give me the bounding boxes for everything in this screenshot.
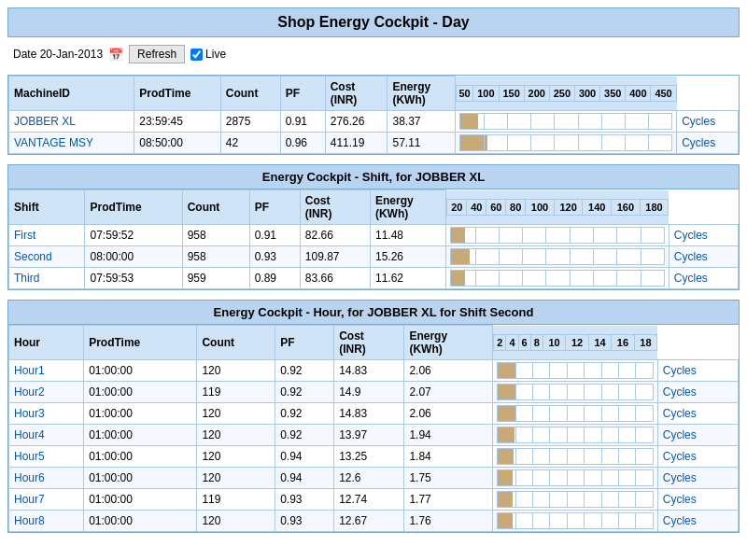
bar-chart-cell xyxy=(446,268,669,289)
row-pf: 0.96 xyxy=(280,133,325,154)
col-scale: 50100150200250300350400450 xyxy=(455,77,676,111)
cycles-cell[interactable]: Cycles xyxy=(669,268,738,289)
machine-link[interactable]: Hour8 xyxy=(14,514,45,527)
cycles-cell[interactable]: Cycles xyxy=(657,511,738,532)
row-id[interactable]: Hour6 xyxy=(9,468,84,489)
section-hours: Energy Cockpit - Hour, for JOBBER XL for… xyxy=(7,300,740,533)
cycles-link[interactable]: Cycles xyxy=(663,428,697,441)
scale-label: 14 xyxy=(588,334,611,350)
bar-chart-cell xyxy=(493,511,658,532)
hours-table: Hour ProdTime Count PF Cost(INR) Energy(… xyxy=(8,325,739,532)
live-checkbox-label[interactable]: Live xyxy=(190,48,226,61)
cycles-link[interactable]: Cycles xyxy=(674,229,708,242)
cycles-link[interactable]: Cycles xyxy=(663,471,697,484)
machine-link[interactable]: VANTAGE MSY xyxy=(14,136,93,149)
machine-link[interactable]: Hour1 xyxy=(14,364,45,377)
row-id[interactable]: Third xyxy=(9,268,85,289)
row-id[interactable]: JOBBER XL xyxy=(9,111,134,133)
machine-link[interactable]: Second xyxy=(14,250,52,263)
cycles-link[interactable]: Cycles xyxy=(682,136,715,149)
cycles-cell[interactable]: Cycles xyxy=(677,133,739,154)
row-pf: 0.91 xyxy=(280,111,325,133)
cycles-cell[interactable]: Cycles xyxy=(657,425,738,446)
cycles-link[interactable]: Cycles xyxy=(663,514,697,527)
row-id[interactable]: Hour8 xyxy=(9,511,84,532)
row-pf: 0.94 xyxy=(275,446,334,468)
scale-label: 400 xyxy=(626,85,651,101)
cycles-cell[interactable]: Cycles xyxy=(657,360,738,382)
row-count: 959 xyxy=(182,268,249,289)
machine-link[interactable]: Hour3 xyxy=(14,407,45,420)
machine-link[interactable]: Hour2 xyxy=(14,385,45,399)
cycles-cell[interactable]: Cycles xyxy=(657,403,738,425)
refresh-button[interactable]: Refresh xyxy=(129,45,185,63)
cycles-link[interactable]: Cycles xyxy=(663,450,697,463)
row-id[interactable]: Hour1 xyxy=(9,360,84,382)
row-cost: 13.97 xyxy=(334,425,404,446)
cycles-link[interactable]: Cycles xyxy=(674,250,708,263)
cycles-cell[interactable]: Cycles xyxy=(677,111,739,133)
col-energy2: Energy(KWh) xyxy=(370,190,445,225)
row-id[interactable]: Hour5 xyxy=(9,446,84,468)
table-row: Hour501:00:001200.9413.251.84 Cycles xyxy=(9,446,739,468)
cycles-link[interactable]: Cycles xyxy=(663,407,697,420)
scale-label: 120 xyxy=(554,199,583,215)
cycles-link[interactable]: Cycles xyxy=(663,385,697,399)
row-cost: 14.9 xyxy=(334,382,404,403)
row-count: 120 xyxy=(197,511,275,532)
cycles-cell[interactable]: Cycles xyxy=(669,225,738,246)
cycles-cell[interactable]: Cycles xyxy=(657,382,738,403)
scale-label: 6 xyxy=(518,334,530,350)
row-id[interactable]: VANTAGE MSY xyxy=(9,133,134,154)
row-cost: 12.74 xyxy=(334,489,404,511)
row-id[interactable]: Hour2 xyxy=(9,382,84,403)
row-cost: 14.83 xyxy=(334,403,404,425)
cycles-cell[interactable]: Cycles xyxy=(669,246,738,268)
row-pf: 0.92 xyxy=(275,360,334,382)
machine-link[interactable]: JOBBER XL xyxy=(14,115,76,128)
machine-link[interactable]: Hour6 xyxy=(14,471,45,484)
section-shifts-header: Energy Cockpit - Shift, for JOBBER XL xyxy=(8,165,739,189)
table-row: Hour301:00:001200.9214.832.06 Cycles xyxy=(9,403,739,425)
bar-chart-cell xyxy=(493,425,658,446)
row-count: 120 xyxy=(197,403,275,425)
hours-header-row: Hour ProdTime Count PF Cost(INR) Energy(… xyxy=(9,326,739,360)
col-energy3: Energy(KWh) xyxy=(404,326,493,360)
row-id[interactable]: Hour7 xyxy=(9,489,84,511)
page-title: Shop Energy Cockpit - Day xyxy=(7,7,740,37)
col-scale2: 20406080100120140160180 xyxy=(446,190,669,225)
bar-chart-cell xyxy=(493,446,658,468)
row-cost: 83.66 xyxy=(300,268,370,289)
scale-label: 450 xyxy=(651,85,676,101)
cycles-link[interactable]: Cycles xyxy=(674,272,708,285)
scale-label: 16 xyxy=(612,334,634,350)
row-prodtime: 01:00:00 xyxy=(84,489,197,511)
col-shift: Shift xyxy=(9,190,85,225)
cycles-cell[interactable]: Cycles xyxy=(657,446,738,468)
row-cost: 411.19 xyxy=(325,133,388,154)
machines-table: MachineID ProdTime Count PF Cost(INR) En… xyxy=(8,76,739,154)
machine-link[interactable]: Hour5 xyxy=(14,450,45,463)
row-id[interactable]: First xyxy=(9,225,85,246)
machine-link[interactable]: Third xyxy=(14,272,39,285)
machine-link[interactable]: Hour7 xyxy=(14,493,45,506)
bar-chart-cell xyxy=(455,133,676,154)
row-pf: 0.92 xyxy=(275,425,334,446)
live-checkbox[interactable] xyxy=(190,49,203,61)
row-id[interactable]: Second xyxy=(9,246,85,268)
machine-link[interactable]: Hour4 xyxy=(14,428,45,441)
cycles-link[interactable]: Cycles xyxy=(682,115,715,128)
cycles-cell[interactable]: Cycles xyxy=(657,468,738,489)
cycles-cell[interactable]: Cycles xyxy=(657,489,738,511)
row-id[interactable]: Hour3 xyxy=(9,403,84,425)
row-id[interactable]: Hour4 xyxy=(9,425,84,446)
col-pf3: PF xyxy=(275,326,334,360)
cycles-link[interactable]: Cycles xyxy=(663,364,697,377)
table-row: First07:59:529580.9182.6611.48 Cycles xyxy=(9,225,739,246)
scale-label: 4 xyxy=(506,334,518,350)
machine-link[interactable]: First xyxy=(14,229,35,242)
row-pf: 0.92 xyxy=(275,403,334,425)
section-shifts: Energy Cockpit - Shift, for JOBBER XL Sh… xyxy=(7,164,740,290)
row-cost: 276.26 xyxy=(325,111,388,133)
cycles-link[interactable]: Cycles xyxy=(663,493,697,506)
